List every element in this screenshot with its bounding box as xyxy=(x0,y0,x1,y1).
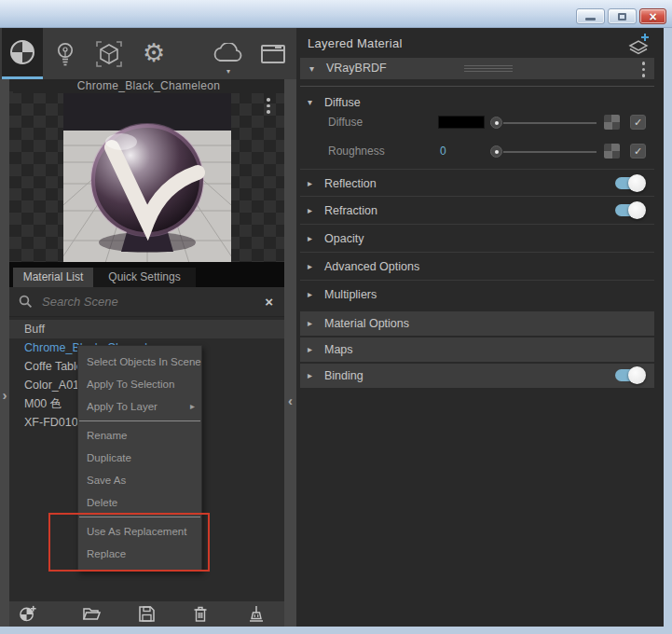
diffuse-color-swatch[interactable] xyxy=(438,116,485,129)
annotation-red-box xyxy=(48,513,210,572)
section-material-options[interactable]: ▸ Material Options xyxy=(300,311,654,336)
section-label: Opacity xyxy=(324,225,363,253)
light-bulb-icon xyxy=(55,41,75,67)
menu-item-label: Apply To Layer xyxy=(87,401,158,412)
expand-triangle-icon[interactable]: ▸ xyxy=(308,364,312,388)
material-preview-render[interactable] xyxy=(63,93,231,263)
left-tabs: Material List Quick Settings xyxy=(9,262,284,287)
minimize-icon xyxy=(585,18,596,21)
maximize-button[interactable] xyxy=(608,8,637,24)
menu-item-apply-to-selection[interactable]: Apply To Selection xyxy=(78,373,201,395)
main-toolbar: ⚙ ▾ xyxy=(0,28,296,79)
section-binding[interactable]: ▸ Binding xyxy=(300,364,654,388)
toolbar-cloud-button[interactable]: ▾ xyxy=(207,28,250,79)
material-footer-toolbar xyxy=(9,601,284,627)
menu-item-rename[interactable]: Rename xyxy=(78,424,201,447)
close-button[interactable]: × xyxy=(639,8,666,24)
menu-item-duplicate[interactable]: Duplicate xyxy=(78,447,201,469)
trash-icon xyxy=(192,605,209,623)
collapse-triangle-icon[interactable]: ▾ xyxy=(309,58,314,79)
material-properties-panel: Layered Material ▾ VRayBRDF ▾ Diffuse Di… xyxy=(296,28,664,627)
diffuse-texture-slot-icon[interactable] xyxy=(604,115,620,130)
expand-triangle-icon[interactable]: ▸ xyxy=(308,197,312,225)
add-material-button[interactable] xyxy=(19,604,37,623)
material-preview-title: Chrome_Black_Chameleon xyxy=(13,79,284,93)
brdf-layer-label: VRayBRDF xyxy=(326,58,387,79)
menu-item-save-as[interactable]: Save As xyxy=(78,469,201,491)
diffuse-section-header[interactable]: ▾ Diffuse xyxy=(300,93,654,112)
menu-item-apply-to-layer[interactable]: Apply To Layer ▸ xyxy=(78,395,201,418)
preview-options-kebab-icon[interactable] xyxy=(267,98,270,114)
section-label: Material Options xyxy=(324,311,409,336)
frame-buffer-icon xyxy=(261,45,285,63)
maximize-icon xyxy=(618,13,626,21)
brdf-layer-header[interactable]: ▾ VRayBRDF xyxy=(300,58,654,79)
roughness-value[interactable]: 0 xyxy=(440,144,446,159)
section-multipliers[interactable]: ▸ Multipliers xyxy=(300,281,654,309)
material-list-item[interactable]: Buff xyxy=(9,320,284,338)
menu-separator xyxy=(79,420,200,421)
expand-triangle-icon[interactable]: ▸ xyxy=(308,253,312,281)
section-label: Reflection xyxy=(324,170,377,198)
left-panel-gutter: › xyxy=(0,79,9,627)
submenu-arrow-icon: ▸ xyxy=(190,395,195,418)
section-advanced-options[interactable]: ▸ Advanced Options xyxy=(300,253,654,281)
expand-triangle-icon[interactable]: ▸ xyxy=(308,338,312,362)
broom-icon xyxy=(247,605,266,623)
delete-material-button[interactable] xyxy=(191,604,210,623)
section-label: Refraction xyxy=(324,197,377,225)
section-refraction[interactable]: ▸ Refraction xyxy=(300,197,654,225)
expand-triangle-icon[interactable]: ▸ xyxy=(308,311,312,336)
refraction-toggle[interactable] xyxy=(615,204,643,216)
layer-options-kebab-icon[interactable] xyxy=(642,62,646,77)
section-reflection[interactable]: ▸ Reflection xyxy=(300,169,654,197)
collapse-left-panel-arrow-icon[interactable]: ‹ xyxy=(284,393,296,409)
toolbar-materials-button[interactable] xyxy=(2,28,43,79)
menu-item-delete[interactable]: Delete xyxy=(78,491,201,514)
section-label: Binding xyxy=(324,364,363,388)
diffuse-enabled-checkbox[interactable]: ✓ xyxy=(630,115,646,130)
open-material-button[interactable] xyxy=(82,604,101,623)
clear-search-icon[interactable]: × xyxy=(265,294,273,310)
toolbar-frame-buffer-button[interactable] xyxy=(252,28,295,79)
section-maps[interactable]: ▸ Maps xyxy=(300,338,654,362)
toolbar-geometries-button[interactable] xyxy=(88,28,130,79)
roughness-texture-slot-icon[interactable] xyxy=(604,144,620,158)
panel-title: Layered Material xyxy=(308,36,403,50)
save-material-button[interactable] xyxy=(137,604,156,623)
save-icon xyxy=(138,605,156,623)
section-label: Diffuse xyxy=(324,93,361,112)
section-opacity[interactable]: ▸ Opacity xyxy=(300,225,654,253)
window-titlebar[interactable]: × xyxy=(0,0,672,28)
expand-triangle-icon[interactable]: ▸ xyxy=(308,281,312,309)
expand-triangle-icon[interactable]: ▸ xyxy=(308,225,312,253)
diffuse-amount-slider[interactable] xyxy=(490,116,597,130)
search-input[interactable] xyxy=(40,294,265,310)
section-label: Advanced Options xyxy=(324,253,419,281)
binding-toggle[interactable] xyxy=(615,369,643,381)
expand-triangle-icon[interactable]: ▸ xyxy=(308,170,312,198)
section-label: Maps xyxy=(324,338,353,362)
roughness-slider[interactable] xyxy=(490,145,597,158)
param-label: Diffuse xyxy=(328,115,363,131)
collapse-triangle-icon[interactable]: ▾ xyxy=(308,93,312,112)
toolbar-lights-button[interactable] xyxy=(45,28,86,79)
reflection-toggle[interactable] xyxy=(615,177,643,189)
separator xyxy=(300,86,654,87)
purge-unused-button[interactable] xyxy=(247,604,266,623)
close-icon: × xyxy=(649,10,656,23)
roughness-enabled-checkbox[interactable]: ✓ xyxy=(630,144,646,158)
add-material-icon xyxy=(19,604,37,623)
minimize-button[interactable] xyxy=(576,8,605,24)
add-layer-icon[interactable] xyxy=(626,32,651,56)
tab-quick-settings[interactable]: Quick Settings xyxy=(93,268,196,287)
panel-divider: ‹ xyxy=(284,79,296,627)
search-bar: × xyxy=(9,287,284,317)
drag-handle-icon[interactable] xyxy=(464,65,513,72)
expand-left-panel-arrow-icon[interactable]: › xyxy=(0,387,9,404)
toolbar-settings-button[interactable]: ⚙ xyxy=(132,28,175,79)
diffuse-color-row: Diffuse ✓ xyxy=(300,115,654,131)
menu-item-select-objects[interactable]: Select Objects In Scene xyxy=(78,351,201,373)
tab-material-list[interactable]: Material List xyxy=(13,268,93,287)
gear-icon: ⚙ xyxy=(143,41,165,66)
